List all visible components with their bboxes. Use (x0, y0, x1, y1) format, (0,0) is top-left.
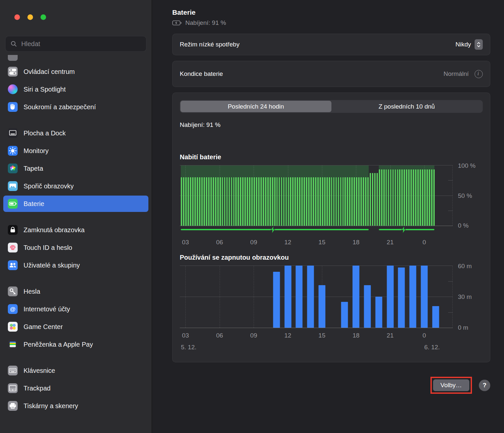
charging-line (379, 229, 434, 230)
sidebar-item-label: Ovládací centrum (24, 68, 75, 76)
battery-level-bar (329, 177, 330, 226)
battery-level-bar (422, 169, 423, 226)
battery-level-bar (354, 177, 355, 226)
battery-level-bar (208, 177, 210, 226)
gridline (185, 266, 186, 328)
sidebar-item-zamknuta-obrazovka[interactable]: Zamknutá obrazovka (3, 222, 148, 238)
sidebar-item-touch-id-a-heslo[interactable]: Touch ID a heslo (3, 239, 148, 256)
usage-bar (421, 266, 428, 328)
sidebar-item-klavesnice[interactable]: Klávesnice (3, 362, 148, 379)
x-tick-label: 03 (182, 332, 189, 339)
battery-level-bar (343, 177, 344, 226)
battery-health-value: Normální (444, 70, 469, 78)
usage-bar (375, 297, 382, 328)
sidebar-item-label: Peněženka a Apple Pay (24, 341, 93, 348)
printers-icon (8, 401, 18, 411)
search-input[interactable]: Hledat (5, 36, 146, 52)
battery-level-bar (340, 177, 342, 226)
sidebar-item-baterie[interactable]: Baterie (3, 196, 148, 212)
usage-bar (398, 268, 405, 328)
battery-settings-pane: Baterie Nabíjení: 91 % Režim nízké spotř… (152, 0, 504, 433)
battery-level-bar (308, 177, 310, 226)
battery-level-bar (427, 169, 428, 226)
sidebar-item-penezenka-a-apple-pay[interactable]: Peněženka a Apple Pay (3, 336, 148, 353)
battery-level-bar (370, 173, 371, 226)
axis-tick (448, 312, 453, 313)
system-settings-window: Hledat Ovládací centrumSiri a SpotlightS… (0, 0, 504, 433)
battery-level-bar (183, 177, 184, 226)
game-center-icon (8, 322, 18, 332)
sidebar-item-monitory[interactable]: Monitory (3, 143, 148, 159)
gridline (220, 266, 220, 328)
users-icon (8, 260, 18, 270)
battery-level-bar (297, 177, 298, 226)
x-tick-label: 18 (353, 332, 360, 339)
screen-usage-chart: Používání se zapnutou obrazovkou 0306091… (180, 254, 483, 354)
x-tick-label: 15 (318, 332, 325, 339)
sidebar-item-tapeta[interactable]: Tapeta (3, 160, 148, 177)
low-power-mode-card: Režim nízké spotřeby Nikdy (172, 34, 490, 55)
sidebar-item-sporic-obrazovky[interactable]: Spořič obrazovky (3, 178, 148, 194)
battery-level-bar (372, 173, 373, 226)
usage-bar (410, 266, 416, 328)
sidebar-item-label: Trackpad (24, 385, 51, 392)
battery-level-bar (279, 177, 280, 226)
keyboard-icon (8, 366, 18, 375)
sidebar-item-soukromi-a-zabezpeceni[interactable]: Soukromí a zabezpečení (3, 99, 148, 115)
battery-level-bar (388, 169, 389, 226)
sidebar-item-trackpad[interactable]: Trackpad (3, 380, 148, 396)
help-button[interactable]: ? (479, 380, 490, 391)
info-icon[interactable]: i (475, 70, 483, 78)
annotation-highlight-box: Volby… (430, 377, 472, 394)
sidebar-item-partial[interactable] (3, 55, 148, 62)
battery-level-bar (277, 177, 278, 226)
battery-level-bar (393, 169, 394, 226)
y-tick-label: 0 % (458, 222, 469, 229)
battery-level-bar (181, 177, 182, 226)
close-button[interactable] (14, 14, 20, 20)
desktop-dock-icon (8, 128, 18, 138)
sidebar-item-uzivatele-a-skupiny[interactable]: Uživatelé a skupiny (3, 257, 148, 273)
tab-z-poslednich-10-dnu[interactable]: Z posledních 10 dnů (331, 101, 482, 112)
battery-level-bar (399, 169, 400, 226)
sidebar-item-siri-a-spotlight[interactable]: Siri a Spotlight (3, 81, 148, 97)
sidebar-item-ovladaci-centrum[interactable]: Ovládací centrum (3, 63, 148, 80)
battery-level-bar (301, 177, 303, 226)
battery-level-bar (217, 177, 219, 226)
usage-bar (364, 285, 371, 328)
battery-level-bar (311, 177, 312, 226)
low-power-mode-label: Režim nízké spotřeby (180, 41, 240, 48)
wallpaper-icon (8, 164, 18, 173)
battery-level-bar (365, 177, 366, 226)
tab-poslednich-24-hodin[interactable]: Posledních 24 hodin (180, 101, 331, 112)
options-button[interactable]: Volby… (433, 379, 469, 391)
battery-level-bar (231, 177, 232, 226)
sidebar-item-tiskarny-a-skenery[interactable]: Tiskárny a skenery (3, 398, 148, 414)
sidebar-item-plocha-a-dock[interactable]: Plocha a Dock (3, 125, 148, 141)
usage-bar (432, 306, 439, 328)
sidebar-nav: Ovládací centrumSiri a SpotlightSoukromí… (0, 52, 152, 433)
charging-timeline (180, 226, 453, 235)
usage-bar (307, 266, 314, 328)
battery-level-bar (265, 177, 266, 226)
sidebar-item-hesla[interactable]: Hesla (3, 283, 148, 300)
x-tick-label: 12 (284, 332, 291, 339)
battery-level-bar (429, 169, 430, 226)
minimize-button[interactable] (27, 14, 33, 20)
charging-bolt-icon (401, 226, 406, 233)
battery-level-bar (254, 177, 255, 226)
battery-level-chart: Nabití baterie 030609121518210 100 %50 %… (180, 153, 483, 249)
battery-health-card: Kondice baterie Normální i (172, 61, 490, 87)
sidebar-item-internetove-ucty[interactable]: @Internetové účty (3, 301, 148, 317)
svg-text:@: @ (10, 306, 16, 312)
sidebar-item-game-center[interactable]: Game Center (3, 319, 148, 335)
battery-level-bar (386, 169, 387, 226)
usage-bar (273, 272, 280, 328)
battery-level-bar (377, 173, 378, 226)
battery-level-bar (363, 177, 364, 226)
battery-level-bar (397, 169, 398, 226)
zoom-button[interactable] (41, 14, 46, 20)
low-power-mode-popup[interactable]: Nikdy (455, 39, 483, 50)
battery-level-bar (263, 177, 264, 226)
control-center-icon (8, 67, 18, 77)
